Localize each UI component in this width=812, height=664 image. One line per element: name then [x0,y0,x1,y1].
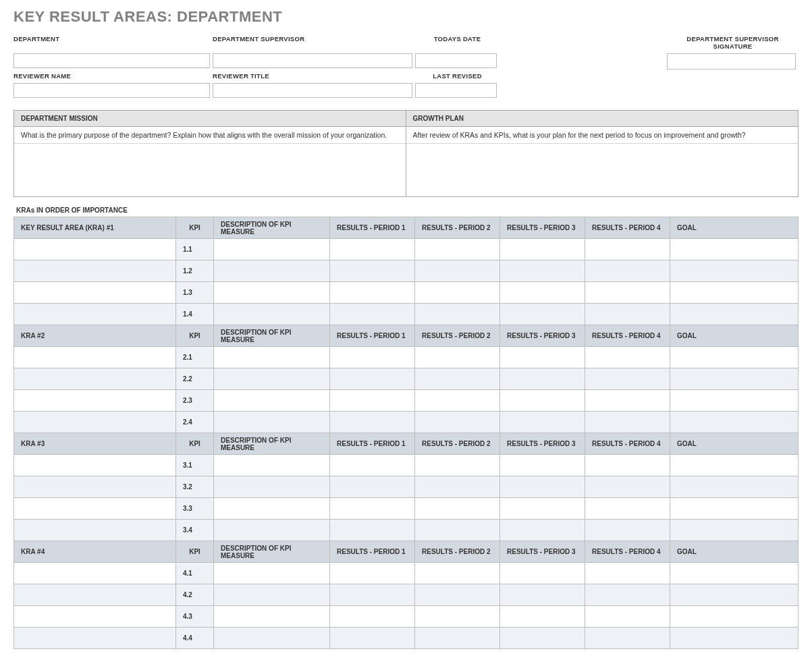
results-p4-cell[interactable] [585,520,670,541]
results-p1-cell[interactable] [330,476,415,498]
last-revised-field[interactable] [415,83,497,98]
results-p2-cell[interactable] [415,239,500,260]
results-p3-cell[interactable] [500,282,585,304]
results-p2-cell[interactable] [415,606,500,628]
todays-date-field[interactable] [415,53,497,68]
results-p3-cell[interactable] [500,584,585,606]
results-p4-cell[interactable] [585,304,670,325]
kra-name-cell[interactable] [14,412,176,433]
kpi-desc-cell[interactable] [214,304,330,325]
results-p1-cell[interactable] [330,563,415,584]
results-p2-cell[interactable] [415,282,500,304]
results-p1-cell[interactable] [330,282,415,304]
results-p1-cell[interactable] [330,347,415,368]
results-p4-cell[interactable] [585,239,670,260]
kpi-desc-cell[interactable] [214,455,330,476]
results-p4-cell[interactable] [585,412,670,433]
kpi-desc-cell[interactable] [214,520,330,541]
results-p4-cell[interactable] [585,498,670,520]
goal-cell[interactable] [670,476,799,498]
goal-cell[interactable] [670,260,799,282]
kpi-desc-cell[interactable] [214,390,330,412]
results-p2-cell[interactable] [415,412,500,433]
results-p1-cell[interactable] [330,304,415,325]
results-p1-cell[interactable] [330,260,415,282]
results-p4-cell[interactable] [585,347,670,368]
kpi-desc-cell[interactable] [214,628,330,649]
results-p4-cell[interactable] [585,455,670,476]
goal-cell[interactable] [670,628,799,649]
goal-cell[interactable] [670,563,799,584]
results-p3-cell[interactable] [500,368,585,390]
goal-cell[interactable] [670,498,799,520]
results-p4-cell[interactable] [585,282,670,304]
kpi-desc-cell[interactable] [214,498,330,520]
results-p1-cell[interactable] [330,584,415,606]
results-p2-cell[interactable] [415,584,500,606]
results-p3-cell[interactable] [500,455,585,476]
results-p1-cell[interactable] [330,390,415,412]
results-p1-cell[interactable] [330,606,415,628]
results-p1-cell[interactable] [330,455,415,476]
goal-cell[interactable] [670,304,799,325]
results-p2-cell[interactable] [415,563,500,584]
kra-name-cell[interactable] [14,304,176,325]
results-p4-cell[interactable] [585,563,670,584]
results-p1-cell[interactable] [330,628,415,649]
goal-cell[interactable] [670,455,799,476]
growth-body[interactable] [406,144,799,196]
results-p1-cell[interactable] [330,520,415,541]
kra-name-cell[interactable] [14,628,176,649]
results-p1-cell[interactable] [330,239,415,260]
results-p4-cell[interactable] [585,606,670,628]
goal-cell[interactable] [670,239,799,260]
results-p4-cell[interactable] [585,476,670,498]
results-p3-cell[interactable] [500,347,585,368]
signature-field[interactable] [667,53,796,70]
results-p3-cell[interactable] [500,412,585,433]
results-p2-cell[interactable] [415,260,500,282]
kra-name-cell[interactable] [14,455,176,476]
kpi-desc-cell[interactable] [214,260,330,282]
kra-name-cell[interactable] [14,260,176,282]
results-p3-cell[interactable] [500,628,585,649]
results-p3-cell[interactable] [500,304,585,325]
results-p3-cell[interactable] [500,498,585,520]
results-p4-cell[interactable] [585,628,670,649]
reviewer-name-field[interactable] [13,83,210,98]
goal-cell[interactable] [670,347,799,368]
reviewer-title-field[interactable] [213,83,412,98]
goal-cell[interactable] [670,606,799,628]
results-p2-cell[interactable] [415,520,500,541]
supervisor-field[interactable] [213,53,412,68]
goal-cell[interactable] [670,412,799,433]
kpi-desc-cell[interactable] [214,368,330,390]
results-p3-cell[interactable] [500,606,585,628]
results-p3-cell[interactable] [500,239,585,260]
kra-name-cell[interactable] [14,368,176,390]
results-p3-cell[interactable] [500,563,585,584]
kpi-desc-cell[interactable] [214,282,330,304]
results-p3-cell[interactable] [500,390,585,412]
results-p4-cell[interactable] [585,368,670,390]
results-p2-cell[interactable] [415,304,500,325]
results-p4-cell[interactable] [585,584,670,606]
results-p1-cell[interactable] [330,368,415,390]
kpi-desc-cell[interactable] [214,584,330,606]
kra-name-cell[interactable] [14,563,176,584]
goal-cell[interactable] [670,520,799,541]
kra-name-cell[interactable] [14,606,176,628]
goal-cell[interactable] [670,282,799,304]
results-p1-cell[interactable] [330,498,415,520]
results-p2-cell[interactable] [415,498,500,520]
results-p4-cell[interactable] [585,390,670,412]
goal-cell[interactable] [670,584,799,606]
results-p2-cell[interactable] [415,347,500,368]
results-p2-cell[interactable] [415,368,500,390]
kpi-desc-cell[interactable] [214,347,330,368]
results-p2-cell[interactable] [415,476,500,498]
results-p3-cell[interactable] [500,260,585,282]
kra-name-cell[interactable] [14,282,176,304]
kpi-desc-cell[interactable] [214,476,330,498]
results-p2-cell[interactable] [415,455,500,476]
